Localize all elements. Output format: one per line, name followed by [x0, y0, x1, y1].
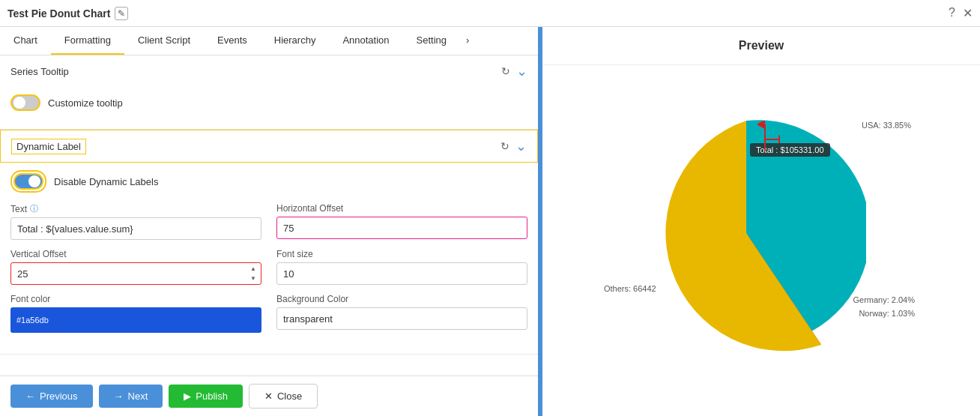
- window-title: Test Pie Donut Chart: [7, 7, 110, 19]
- previous-button[interactable]: ← Chart Previous: [10, 385, 93, 408]
- text-input[interactable]: [10, 217, 261, 240]
- donut-chart-svg: [626, 113, 866, 353]
- voffset-fontsize-row: Vertical Offset ▲ ▼: [10, 249, 527, 285]
- tooltip-arrow-svg: [757, 121, 780, 158]
- preview-title: Preview: [542, 27, 980, 65]
- close-x-icon: ✕: [264, 391, 273, 402]
- font-color-swatch[interactable]: #1a56db: [10, 307, 261, 333]
- dynamic-label-header: Dynamic Label ↻ ⌄: [0, 130, 538, 163]
- title-bar: Test Pie Donut Chart ✎ ? ✕: [0, 0, 980, 27]
- dynamic-label-actions: ↻ ⌄: [500, 138, 527, 154]
- font-color-value: #1a56db: [16, 316, 49, 325]
- refresh-icon-tooltip[interactable]: ↻: [501, 65, 510, 77]
- refresh-icon-dynamic[interactable]: ↻: [500, 140, 509, 152]
- series-tooltip-title: Series Tooltip: [10, 66, 69, 77]
- publish-icon: ▶: [184, 391, 191, 402]
- font-size-label: Font size: [276, 249, 527, 259]
- left-panel: Chart Formatting Client Script Events Hi…: [0, 27, 539, 416]
- label-others: Others: 66442: [604, 284, 656, 293]
- tab-events[interactable]: Events: [204, 27, 261, 55]
- customize-tooltip-toggle[interactable]: [10, 94, 40, 111]
- tab-bar: Chart Formatting Client Script Events Hi…: [0, 27, 538, 55]
- close-icon[interactable]: ✕: [963, 6, 973, 20]
- customize-tooltip-label: Customize tooltip: [48, 97, 123, 109]
- dynamic-label-section: Dynamic Label ↻ ⌄ Disable Dynamic Labels: [0, 130, 538, 355]
- collapse-icon-tooltip[interactable]: ⌄: [516, 63, 527, 79]
- help-icon[interactable]: ?: [949, 6, 955, 20]
- label-norway: Norway: 1.03%: [859, 309, 915, 318]
- preview-area: USA: 33.85% Germany: 2.04% Norway: 1.03%…: [542, 65, 980, 416]
- customize-tooltip-row: Customize tooltip: [10, 94, 527, 111]
- disable-dynamic-labels-toggle[interactable]: [13, 173, 43, 190]
- tab-client-script[interactable]: Client Script: [124, 27, 204, 55]
- title-bar-right: ? ✕: [949, 6, 973, 20]
- edit-icon[interactable]: ✎: [115, 7, 128, 20]
- disable-dynamic-labels-label: Disable Dynamic Labels: [54, 176, 158, 187]
- spin-up[interactable]: ▲: [246, 264, 260, 274]
- horizontal-offset-input[interactable]: [276, 217, 527, 239]
- tab-hierarchy[interactable]: Hierarchy: [261, 27, 330, 55]
- text-info-icon[interactable]: ⓘ: [30, 203, 38, 214]
- title-bar-left: Test Pie Donut Chart ✎: [7, 7, 128, 20]
- font-color-group: Font color #1a56db: [10, 294, 261, 333]
- series-tooltip-actions: ↻ ⌄: [501, 63, 527, 79]
- vertical-offset-label-text: Vertical Offset: [10, 249, 261, 259]
- dynamic-label-body: Disable Dynamic Labels Text ⓘ: [0, 163, 538, 354]
- toggle-highlight-border: [10, 170, 46, 193]
- bottom-bar: ← Chart Previous → Next ▶ Publish ✕ Clos…: [0, 376, 538, 416]
- series-tooltip-body: Customize tooltip: [0, 87, 538, 129]
- tab-settings[interactable]: Setting: [403, 27, 460, 55]
- disable-dynamic-labels-row: Disable Dynamic Labels: [10, 170, 527, 193]
- tab-formatting[interactable]: Formatting: [51, 27, 124, 55]
- tab-chart[interactable]: Chart: [0, 27, 51, 55]
- panel-content: Series Tooltip ↻ ⌄ Customize tooltip Dy: [0, 55, 538, 376]
- font-color-label: Font color: [10, 294, 261, 304]
- tab-annotation[interactable]: Annotation: [329, 27, 402, 55]
- horizontal-offset-group: Horizontal Offset: [276, 203, 527, 240]
- text-hoffset-row: Text ⓘ Horizontal Offset: [10, 203, 527, 240]
- main-layout: Chart Formatting Client Script Events Hi…: [0, 27, 980, 416]
- vertical-offset-input-wrap: ▲ ▼: [10, 262, 261, 285]
- fontcolor-bgcolor-row: Font color #1a56db Background Color: [10, 294, 527, 333]
- tab-more[interactable]: ›: [460, 27, 475, 55]
- background-color-input[interactable]: [276, 307, 527, 330]
- series-tooltip-section: Series Tooltip ↻ ⌄ Customize tooltip: [0, 55, 538, 130]
- next-button[interactable]: → Next: [99, 385, 163, 408]
- label-usa: USA: 33.85%: [862, 121, 911, 130]
- background-color-group: Background Color: [276, 294, 527, 333]
- vertical-offset-input[interactable]: [10, 262, 261, 285]
- spin-buttons: ▲ ▼: [246, 264, 260, 283]
- chart-container: USA: 33.85% Germany: 2.04% Norway: 1.03%…: [604, 98, 919, 383]
- vertical-offset-group: Vertical Offset ▲ ▼: [10, 249, 261, 285]
- horizontal-offset-label: Horizontal Offset: [276, 203, 527, 214]
- right-panel: Preview USA: 33.85% Germany: 2.04%: [542, 27, 980, 416]
- prev-arrow-icon: ←: [25, 391, 35, 402]
- collapse-icon-dynamic[interactable]: ⌄: [515, 138, 527, 154]
- label-germany: Germany: 2.04%: [853, 295, 915, 304]
- publish-button[interactable]: ▶ Publish: [169, 385, 243, 408]
- close-button[interactable]: ✕ Close: [249, 384, 318, 409]
- font-size-input[interactable]: [276, 262, 527, 285]
- spin-down[interactable]: ▼: [246, 274, 260, 283]
- next-arrow-icon: →: [114, 391, 124, 402]
- series-tooltip-header: Series Tooltip ↻ ⌄: [0, 55, 538, 87]
- background-color-label: Background Color: [276, 294, 527, 304]
- text-label: Text ⓘ: [10, 203, 261, 214]
- font-size-group: Font size: [276, 249, 527, 285]
- dynamic-label-title: Dynamic Label: [11, 139, 86, 154]
- text-group: Text ⓘ: [10, 203, 261, 240]
